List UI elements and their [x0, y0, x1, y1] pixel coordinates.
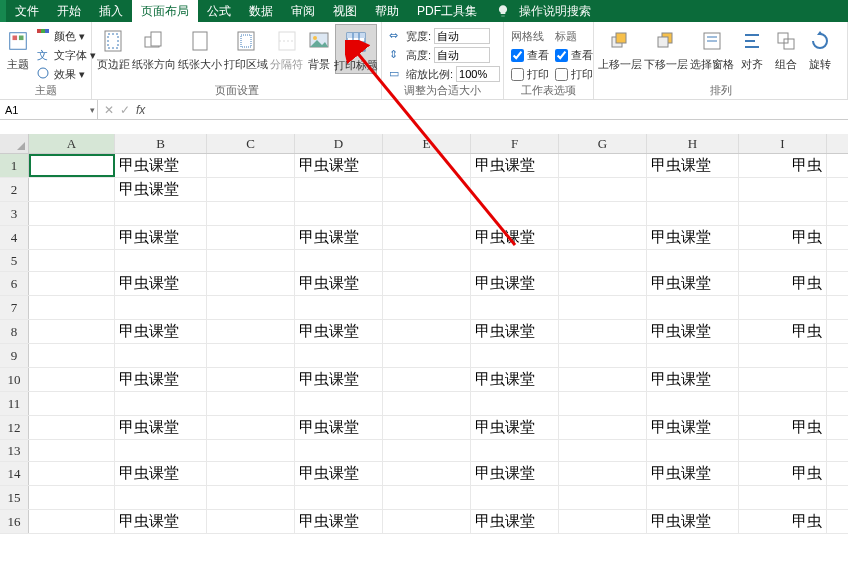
row-header-4[interactable]: 4	[0, 226, 29, 249]
row-header-7[interactable]: 7	[0, 296, 29, 319]
cell-H4[interactable]: 甲虫课堂	[647, 226, 739, 249]
send-backward-button[interactable]: 下移一层	[644, 24, 688, 72]
cell-C11[interactable]	[207, 392, 295, 415]
cell-H13[interactable]	[647, 440, 739, 461]
cell-D3[interactable]	[295, 202, 383, 225]
row-header-13[interactable]: 13	[0, 440, 29, 461]
cell-H14[interactable]: 甲虫课堂	[647, 462, 739, 485]
cell-B2[interactable]: 甲虫课堂	[115, 178, 207, 201]
cell-H10[interactable]: 甲虫课堂	[647, 368, 739, 391]
cell-I10[interactable]	[739, 368, 827, 391]
selection-pane-button[interactable]: 选择窗格	[690, 24, 734, 72]
cell-D10[interactable]: 甲虫课堂	[295, 368, 383, 391]
cell-I1[interactable]: 甲虫	[739, 154, 827, 177]
cell-H11[interactable]	[647, 392, 739, 415]
cell-A3[interactable]	[29, 202, 115, 225]
row-header-1[interactable]: 1	[0, 154, 29, 177]
cell-H15[interactable]	[647, 486, 739, 509]
tell-me-search[interactable]: 操作说明搜索	[510, 0, 600, 22]
cell-F3[interactable]	[471, 202, 559, 225]
gridlines-print-check[interactable]: 打印	[508, 65, 550, 83]
cell-A15[interactable]	[29, 486, 115, 509]
cell-F4[interactable]: 甲虫课堂	[471, 226, 559, 249]
cell-H2[interactable]	[647, 178, 739, 201]
cell-B9[interactable]	[115, 344, 207, 367]
cell-H12[interactable]: 甲虫课堂	[647, 416, 739, 439]
height-row[interactable]: ⇕高度:	[386, 46, 503, 64]
cell-F6[interactable]: 甲虫课堂	[471, 272, 559, 295]
cell-A5[interactable]	[29, 250, 115, 271]
cell-A12[interactable]	[29, 416, 115, 439]
cell-B10[interactable]: 甲虫课堂	[115, 368, 207, 391]
cell-G5[interactable]	[559, 250, 647, 271]
cell-D1[interactable]: 甲虫课堂	[295, 154, 383, 177]
row-header-15[interactable]: 15	[0, 486, 29, 509]
headings-view-check[interactable]: 查看	[552, 46, 594, 64]
cell-A4[interactable]	[29, 226, 115, 249]
cell-A6[interactable]	[29, 272, 115, 295]
orientation-button[interactable]: 纸张方向	[132, 24, 176, 72]
scale-input[interactable]	[456, 66, 500, 82]
cell-B6[interactable]: 甲虫课堂	[115, 272, 207, 295]
cell-F2[interactable]	[471, 178, 559, 201]
tab-公式[interactable]: 公式	[198, 0, 240, 22]
cell-E2[interactable]	[383, 178, 471, 201]
cell-F10[interactable]: 甲虫课堂	[471, 368, 559, 391]
tab-数据[interactable]: 数据	[240, 0, 282, 22]
row-header-2[interactable]: 2	[0, 178, 29, 201]
cell-C3[interactable]	[207, 202, 295, 225]
cell-B5[interactable]	[115, 250, 207, 271]
cell-H3[interactable]	[647, 202, 739, 225]
scale-row[interactable]: ▭缩放比例:	[386, 65, 503, 83]
fonts-button[interactable]: 文文字体 ▾	[34, 46, 99, 64]
cell-F1[interactable]: 甲虫课堂	[471, 154, 559, 177]
cell-I15[interactable]	[739, 486, 827, 509]
margins-button[interactable]: 页边距	[96, 24, 130, 72]
cell-A9[interactable]	[29, 344, 115, 367]
cell-I5[interactable]	[739, 250, 827, 271]
cell-E6[interactable]	[383, 272, 471, 295]
chevron-down-icon[interactable]: ▾	[90, 105, 95, 115]
cell-I16[interactable]: 甲虫	[739, 510, 827, 533]
cell-E5[interactable]	[383, 250, 471, 271]
cell-C13[interactable]	[207, 440, 295, 461]
cell-F8[interactable]: 甲虫课堂	[471, 320, 559, 343]
colors-button[interactable]: 颜色 ▾	[34, 27, 99, 45]
cell-D6[interactable]: 甲虫课堂	[295, 272, 383, 295]
select-all-corner[interactable]	[0, 134, 29, 153]
cell-G6[interactable]	[559, 272, 647, 295]
cell-E7[interactable]	[383, 296, 471, 319]
cell-G8[interactable]	[559, 320, 647, 343]
row-header-11[interactable]: 11	[0, 392, 29, 415]
cell-G13[interactable]	[559, 440, 647, 461]
name-box[interactable]: A1▾	[0, 100, 98, 119]
cell-H1[interactable]: 甲虫课堂	[647, 154, 739, 177]
cell-E13[interactable]	[383, 440, 471, 461]
cell-C4[interactable]	[207, 226, 295, 249]
cell-D8[interactable]: 甲虫课堂	[295, 320, 383, 343]
row-header-8[interactable]: 8	[0, 320, 29, 343]
cell-D4[interactable]: 甲虫课堂	[295, 226, 383, 249]
cell-D11[interactable]	[295, 392, 383, 415]
cell-B3[interactable]	[115, 202, 207, 225]
cell-C16[interactable]	[207, 510, 295, 533]
cell-I12[interactable]: 甲虫	[739, 416, 827, 439]
cell-B1[interactable]: 甲虫课堂	[115, 154, 207, 177]
cell-H7[interactable]	[647, 296, 739, 319]
cell-D9[interactable]	[295, 344, 383, 367]
cell-D5[interactable]	[295, 250, 383, 271]
cell-E8[interactable]	[383, 320, 471, 343]
cell-G16[interactable]	[559, 510, 647, 533]
tab-开始[interactable]: 开始	[48, 0, 90, 22]
cell-I9[interactable]	[739, 344, 827, 367]
cell-B8[interactable]: 甲虫课堂	[115, 320, 207, 343]
cell-A11[interactable]	[29, 392, 115, 415]
cell-C10[interactable]	[207, 368, 295, 391]
col-header-H[interactable]: H	[647, 134, 739, 153]
cell-E3[interactable]	[383, 202, 471, 225]
cell-B15[interactable]	[115, 486, 207, 509]
cell-F15[interactable]	[471, 486, 559, 509]
cell-F13[interactable]	[471, 440, 559, 461]
row-header-12[interactable]: 12	[0, 416, 29, 439]
row-header-6[interactable]: 6	[0, 272, 29, 295]
